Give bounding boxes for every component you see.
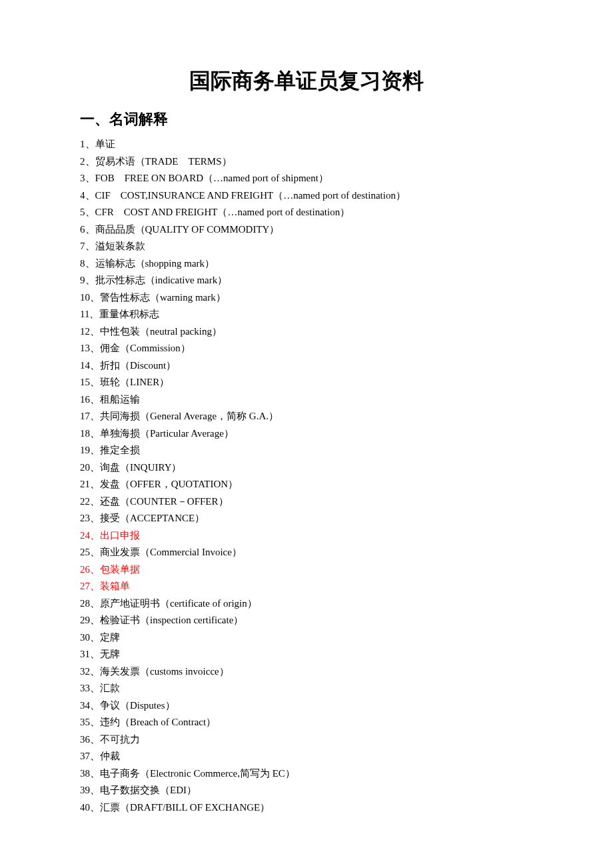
list-item: 39、电子数据交换（EDI） xyxy=(80,782,533,799)
list-item: 40、汇票（DRAFT/BILL OF EXCHANGE） xyxy=(80,799,533,817)
list-item: 35、违约（Breach of Contract） xyxy=(80,714,533,731)
item-list: 1、单证2、贸易术语（TRADE TERMS）3、FOB FREE ON BOA… xyxy=(80,136,533,816)
list-item: 12、中性包装（neutral packing） xyxy=(80,323,533,341)
list-item: 11、重量体积标志 xyxy=(80,306,533,323)
list-item: 30、定牌 xyxy=(80,629,533,647)
list-item: 4、CIF COST,INSURANCE AND FREIGHT（…named … xyxy=(80,187,533,205)
list-item: 20、询盘（INQUIRY） xyxy=(80,459,533,477)
list-item: 17、共同海损（General Average，简称 G.A.） xyxy=(80,408,533,425)
list-item: 22、还盘（COUNTER－OFFER） xyxy=(80,493,533,511)
list-item: 19、推定全损 xyxy=(80,442,533,459)
list-item: 36、不可抗力 xyxy=(80,731,533,749)
section-heading: 一、名词解释 xyxy=(80,109,533,129)
list-item: 26、包装单据 xyxy=(80,561,533,579)
list-item: 13、佣金（Commission） xyxy=(80,340,533,357)
list-item: 5、CFR COST AND FREIGHT（…named port of de… xyxy=(80,204,533,221)
list-item: 3、FOB FREE ON BOARD（…named port of shipm… xyxy=(80,170,533,187)
list-item: 33、汇款 xyxy=(80,680,533,697)
list-item: 32、海关发票（customs invoicce） xyxy=(80,663,533,681)
list-item: 14、折扣（Discount） xyxy=(80,357,533,375)
list-item: 2、贸易术语（TRADE TERMS） xyxy=(80,153,533,171)
list-item: 27、装箱单 xyxy=(80,578,533,595)
document-page: 国际商务单证员复习资料 一、名词解释 1、单证2、贸易术语（TRADE TERM… xyxy=(0,0,613,868)
list-item: 15、班轮（LINER） xyxy=(80,374,533,391)
list-item: 9、批示性标志（indicative mark） xyxy=(80,272,533,289)
list-item: 1、单证 xyxy=(80,136,533,153)
list-item: 16、租船运输 xyxy=(80,391,533,409)
list-item: 24、出口申报 xyxy=(80,527,533,545)
list-item: 21、发盘（OFFER，QUOTATION） xyxy=(80,476,533,493)
list-item: 34、争议（Disputes） xyxy=(80,697,533,715)
list-item: 28、原产地证明书（certificate of origin） xyxy=(80,595,533,613)
list-item: 38、电子商务（Electronic Commerce,简写为 EC） xyxy=(80,765,533,783)
list-item: 7、溢短装条款 xyxy=(80,238,533,255)
document-title: 国际商务单证员复习资料 xyxy=(80,67,533,96)
list-item: 37、仲裁 xyxy=(80,748,533,765)
list-item: 25、商业发票（Commercial Invoice） xyxy=(80,544,533,561)
list-item: 6、商品品质（QUALITY OF COMMODITY） xyxy=(80,221,533,239)
list-item: 23、接受（ACCEPTANCE） xyxy=(80,510,533,527)
list-item: 10、警告性标志（warning mark） xyxy=(80,289,533,307)
list-item: 31、无牌 xyxy=(80,646,533,663)
list-item: 18、单独海损（Particular Average） xyxy=(80,425,533,443)
list-item: 8、运输标志（shopping mark） xyxy=(80,255,533,273)
list-item: 29、检验证书（inspection certificate） xyxy=(80,612,533,629)
